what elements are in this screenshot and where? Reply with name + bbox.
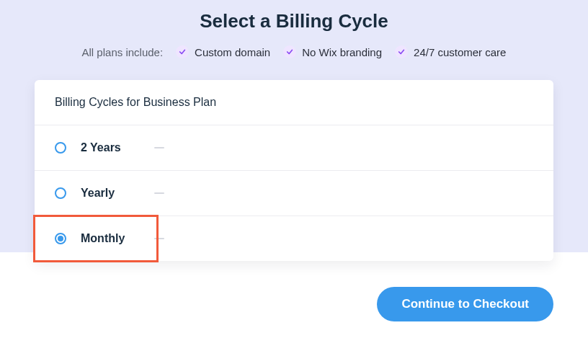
- option-label: 2 Years: [81, 141, 138, 154]
- feature-label: Custom domain: [195, 46, 270, 58]
- continue-to-checkout-button[interactable]: Continue to Checkout: [377, 287, 553, 321]
- feature-item: Custom domain: [176, 45, 270, 58]
- features-row: All plans include: Custom domain No Wix …: [0, 45, 588, 58]
- radio-icon[interactable]: [55, 142, 66, 154]
- card-header: Billing Cycles for Business Plan: [35, 80, 553, 125]
- dash-icon: [154, 192, 164, 194]
- option-label: Yearly: [81, 187, 138, 200]
- dash-icon: [154, 147, 164, 148]
- option-yearly[interactable]: Yearly: [35, 171, 553, 216]
- check-icon: [283, 45, 296, 58]
- option-2-years[interactable]: 2 Years: [35, 125, 553, 171]
- features-lead: All plans include:: [82, 46, 164, 58]
- feature-label: 24/7 customer care: [414, 46, 506, 58]
- radio-icon[interactable]: [55, 233, 66, 244]
- option-label: Monthly: [81, 232, 138, 245]
- page-title: Select a Billing Cycle: [0, 0, 588, 32]
- check-icon: [395, 45, 408, 58]
- feature-label: No Wix branding: [302, 46, 382, 58]
- check-icon: [176, 45, 189, 58]
- dash-icon: [154, 238, 164, 239]
- radio-icon[interactable]: [55, 187, 66, 199]
- option-monthly[interactable]: Monthly: [35, 216, 553, 261]
- billing-card: Billing Cycles for Business Plan 2 Years…: [35, 80, 553, 261]
- feature-item: 24/7 customer care: [395, 45, 506, 58]
- feature-item: No Wix branding: [283, 45, 382, 58]
